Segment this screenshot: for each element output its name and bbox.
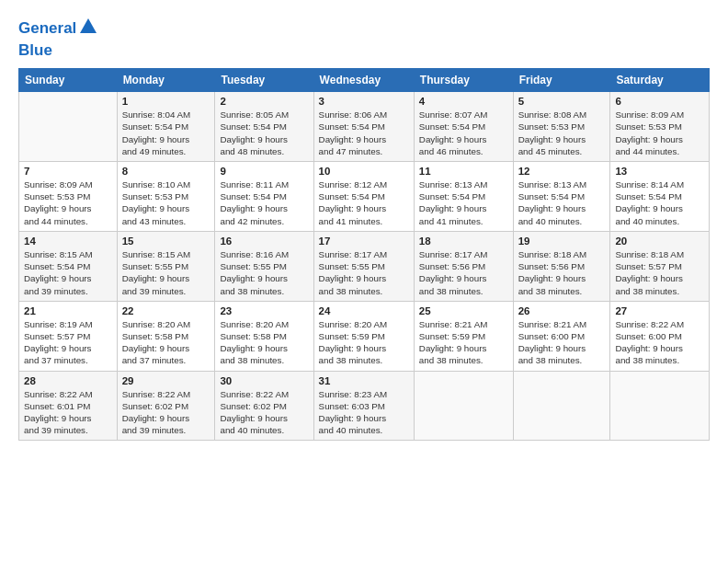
day-cell: 8Sunrise: 8:10 AM Sunset: 5:53 PM Daylig… [117, 161, 215, 231]
day-number: 12 [518, 166, 606, 177]
day-info: Sunrise: 8:18 AM Sunset: 5:57 PM Dayligh… [615, 248, 704, 297]
day-cell: 2Sunrise: 8:05 AM Sunset: 5:54 PM Daylig… [215, 92, 313, 162]
day-number: 18 [419, 236, 508, 247]
day-info: Sunrise: 8:21 AM Sunset: 6:00 PM Dayligh… [518, 318, 606, 367]
day-info: Sunrise: 8:06 AM Sunset: 5:54 PM Dayligh… [319, 109, 409, 157]
day-cell: 27Sunrise: 8:22 AM Sunset: 6:00 PM Dayli… [610, 301, 710, 371]
calendar-table: SundayMondayTuesdayWednesdayThursdayFrid… [18, 68, 710, 441]
day-number: 6 [615, 96, 704, 107]
day-info: Sunrise: 8:12 AM Sunset: 5:54 PM Dayligh… [319, 178, 409, 227]
day-number: 10 [319, 166, 409, 177]
day-info: Sunrise: 8:20 AM Sunset: 5:59 PM Dayligh… [319, 318, 409, 367]
day-number: 13 [615, 166, 704, 177]
day-number: 25 [419, 305, 508, 316]
day-cell: 25Sunrise: 8:21 AM Sunset: 5:59 PM Dayli… [414, 301, 513, 371]
day-number: 22 [122, 305, 210, 316]
logo-icon [78, 17, 98, 37]
day-cell: 13Sunrise: 8:14 AM Sunset: 5:54 PM Dayli… [610, 161, 710, 231]
page: General Blue SundayMondayTuesdayWednesda… [0, 0, 728, 563]
day-info: Sunrise: 8:15 AM Sunset: 5:55 PM Dayligh… [122, 248, 210, 297]
day-cell: 21Sunrise: 8:19 AM Sunset: 5:57 PM Dayli… [19, 301, 118, 371]
logo-text: General Blue [18, 17, 98, 59]
day-cell: 18Sunrise: 8:17 AM Sunset: 5:56 PM Dayli… [414, 231, 513, 301]
day-info: Sunrise: 8:20 AM Sunset: 5:58 PM Dayligh… [220, 318, 308, 367]
day-number: 11 [419, 166, 508, 177]
day-info: Sunrise: 8:05 AM Sunset: 5:54 PM Dayligh… [220, 109, 308, 157]
day-number: 24 [319, 305, 409, 316]
week-row-1: 1Sunrise: 8:04 AM Sunset: 5:54 PM Daylig… [19, 92, 710, 162]
logo: General Blue [18, 17, 98, 59]
day-info: Sunrise: 8:18 AM Sunset: 5:56 PM Dayligh… [518, 248, 606, 297]
day-info: Sunrise: 8:15 AM Sunset: 5:54 PM Dayligh… [24, 248, 112, 297]
day-number: 2 [220, 96, 308, 107]
day-cell [414, 371, 513, 441]
day-info: Sunrise: 8:22 AM Sunset: 6:00 PM Dayligh… [615, 318, 704, 367]
weekday-sunday: Sunday [19, 69, 118, 92]
day-number: 28 [24, 375, 112, 386]
day-number: 16 [220, 236, 308, 247]
week-row-4: 21Sunrise: 8:19 AM Sunset: 5:57 PM Dayli… [19, 301, 710, 371]
logo-blue: Blue [18, 41, 52, 59]
day-number: 9 [220, 166, 308, 177]
weekday-wednesday: Wednesday [313, 69, 414, 92]
day-cell: 4Sunrise: 8:07 AM Sunset: 5:54 PM Daylig… [414, 92, 513, 162]
day-info: Sunrise: 8:22 AM Sunset: 6:02 PM Dayligh… [220, 388, 308, 437]
day-info: Sunrise: 8:21 AM Sunset: 5:59 PM Dayligh… [419, 318, 508, 367]
day-number: 20 [615, 236, 704, 247]
day-number: 15 [122, 236, 210, 247]
week-row-5: 28Sunrise: 8:22 AM Sunset: 6:01 PM Dayli… [19, 371, 710, 441]
day-cell: 24Sunrise: 8:20 AM Sunset: 5:59 PM Dayli… [313, 301, 414, 371]
day-number: 30 [220, 375, 308, 386]
weekday-header-row: SundayMondayTuesdayWednesdayThursdayFrid… [19, 69, 710, 92]
day-info: Sunrise: 8:22 AM Sunset: 6:02 PM Dayligh… [122, 388, 210, 437]
day-number: 27 [615, 305, 704, 316]
day-cell [513, 371, 610, 441]
day-number: 26 [518, 305, 606, 316]
day-cell: 30Sunrise: 8:22 AM Sunset: 6:02 PM Dayli… [215, 371, 313, 441]
day-cell: 7Sunrise: 8:09 AM Sunset: 5:53 PM Daylig… [19, 161, 118, 231]
header: General Blue [18, 17, 710, 59]
day-info: Sunrise: 8:04 AM Sunset: 5:54 PM Dayligh… [122, 109, 210, 157]
day-cell: 3Sunrise: 8:06 AM Sunset: 5:54 PM Daylig… [313, 92, 414, 162]
day-number: 7 [24, 166, 112, 177]
day-number: 1 [122, 96, 210, 107]
day-cell: 15Sunrise: 8:15 AM Sunset: 5:55 PM Dayli… [117, 231, 215, 301]
day-info: Sunrise: 8:09 AM Sunset: 5:53 PM Dayligh… [24, 178, 112, 227]
day-cell: 28Sunrise: 8:22 AM Sunset: 6:01 PM Dayli… [19, 371, 118, 441]
day-number: 5 [518, 96, 606, 107]
day-cell: 29Sunrise: 8:22 AM Sunset: 6:02 PM Dayli… [117, 371, 215, 441]
day-info: Sunrise: 8:13 AM Sunset: 5:54 PM Dayligh… [518, 178, 606, 227]
day-info: Sunrise: 8:09 AM Sunset: 5:53 PM Dayligh… [615, 109, 704, 157]
day-cell [610, 371, 710, 441]
day-info: Sunrise: 8:22 AM Sunset: 6:01 PM Dayligh… [24, 388, 112, 437]
day-cell: 14Sunrise: 8:15 AM Sunset: 5:54 PM Dayli… [19, 231, 118, 301]
day-cell: 17Sunrise: 8:17 AM Sunset: 5:55 PM Dayli… [313, 231, 414, 301]
day-number: 23 [220, 305, 308, 316]
day-info: Sunrise: 8:10 AM Sunset: 5:53 PM Dayligh… [122, 178, 210, 227]
day-cell: 19Sunrise: 8:18 AM Sunset: 5:56 PM Dayli… [513, 231, 610, 301]
logo-general: General [18, 19, 76, 37]
day-info: Sunrise: 8:17 AM Sunset: 5:55 PM Dayligh… [319, 248, 409, 297]
day-info: Sunrise: 8:13 AM Sunset: 5:54 PM Dayligh… [419, 178, 508, 227]
day-info: Sunrise: 8:19 AM Sunset: 5:57 PM Dayligh… [24, 318, 112, 367]
weekday-friday: Friday [513, 69, 610, 92]
day-cell: 31Sunrise: 8:23 AM Sunset: 6:03 PM Dayli… [313, 371, 414, 441]
day-cell: 23Sunrise: 8:20 AM Sunset: 5:58 PM Dayli… [215, 301, 313, 371]
day-cell: 12Sunrise: 8:13 AM Sunset: 5:54 PM Dayli… [513, 161, 610, 231]
day-cell: 9Sunrise: 8:11 AM Sunset: 5:54 PM Daylig… [215, 161, 313, 231]
day-cell: 20Sunrise: 8:18 AM Sunset: 5:57 PM Dayli… [610, 231, 710, 301]
weekday-saturday: Saturday [610, 69, 710, 92]
day-info: Sunrise: 8:11 AM Sunset: 5:54 PM Dayligh… [220, 178, 308, 227]
day-cell: 6Sunrise: 8:09 AM Sunset: 5:53 PM Daylig… [610, 92, 710, 162]
day-cell: 1Sunrise: 8:04 AM Sunset: 5:54 PM Daylig… [117, 92, 215, 162]
day-number: 29 [122, 375, 210, 386]
day-number: 4 [419, 96, 508, 107]
day-number: 8 [122, 166, 210, 177]
day-cell: 22Sunrise: 8:20 AM Sunset: 5:58 PM Dayli… [117, 301, 215, 371]
day-number: 21 [24, 305, 112, 316]
day-cell: 10Sunrise: 8:12 AM Sunset: 5:54 PM Dayli… [313, 161, 414, 231]
day-cell: 26Sunrise: 8:21 AM Sunset: 6:00 PM Dayli… [513, 301, 610, 371]
weekday-tuesday: Tuesday [215, 69, 313, 92]
day-cell: 16Sunrise: 8:16 AM Sunset: 5:55 PM Dayli… [215, 231, 313, 301]
day-info: Sunrise: 8:14 AM Sunset: 5:54 PM Dayligh… [615, 178, 704, 227]
